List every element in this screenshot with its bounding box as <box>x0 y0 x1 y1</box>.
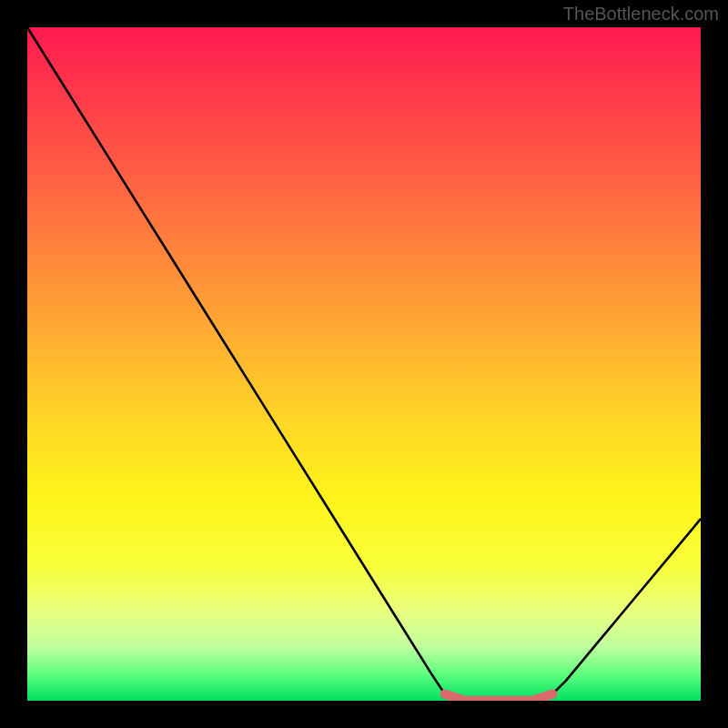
watermark-text: TheBottleneck.com <box>563 4 719 25</box>
chart-container: TheBottleneck.com <box>0 0 728 728</box>
bottleneck-curve <box>27 27 701 701</box>
curve-svg <box>27 27 701 701</box>
plot-area <box>27 27 701 701</box>
highlight-segment <box>445 694 552 701</box>
